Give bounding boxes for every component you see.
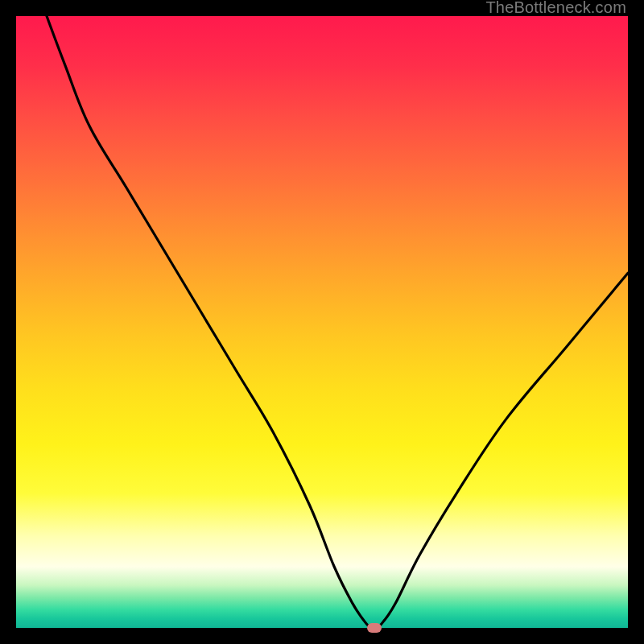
optimal-point-marker: [367, 623, 382, 633]
watermark-text: TheBottleneck.com: [485, 0, 626, 17]
chart-frame: [16, 16, 628, 628]
bottleneck-curve: [16, 16, 628, 628]
